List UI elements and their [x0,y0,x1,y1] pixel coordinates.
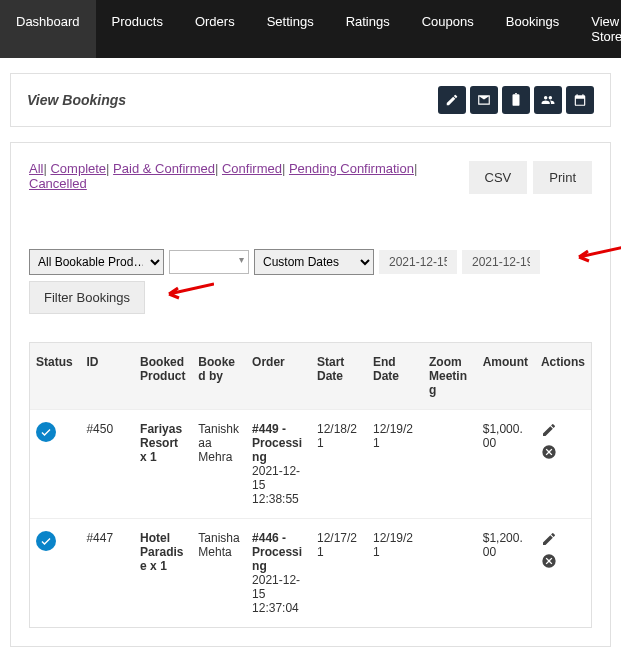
filter-links: All| Complete| Paid & Confirmed| Confirm… [29,161,469,191]
filter-bookings-button[interactable]: Filter Bookings [29,281,145,314]
cell-product: Fariyas Resort x 1 [134,410,192,519]
page-header: View Bookings [10,73,611,127]
csv-button[interactable]: CSV [469,161,528,194]
filter-cancelled[interactable]: Cancelled [29,176,87,191]
page-title: View Bookings [27,92,126,108]
cell-booked-by: Tanisha Mehta [192,519,246,628]
filter-complete[interactable]: Complete [50,161,106,176]
edit-button[interactable] [438,86,466,114]
bookings-table: Status ID Booked Product Booked by Order… [30,343,591,627]
clipboard-button[interactable] [502,86,530,114]
cell-id: #450 [80,410,134,519]
calendar-icon [573,93,587,107]
nav-orders[interactable]: Orders [179,0,251,58]
nav-bookings[interactable]: Bookings [490,0,575,58]
header-buttons [438,86,594,114]
cell-zoom [423,519,477,628]
cell-product: Hotel Paradise x 1 [134,519,192,628]
top-nav: Dashboard Products Orders Settings Ratin… [0,0,621,58]
th-id: ID [80,343,134,410]
pencil-icon [445,93,459,107]
th-order: Order [246,343,311,410]
filter-confirmed[interactable]: Confirmed [222,161,282,176]
th-actions: Actions [535,343,591,410]
nav-ratings[interactable]: Ratings [330,0,406,58]
date-mode-select[interactable]: Custom Dates [254,249,374,275]
cell-booked-by: Tanishkaa Mehra [192,410,246,519]
table-row: #450 Fariyas Resort x 1 Tanishkaa Mehra … [30,410,591,519]
filter-pending[interactable]: Pending Confirmation [289,161,414,176]
cell-zoom [423,410,477,519]
nav-settings[interactable]: Settings [251,0,330,58]
filter-all[interactable]: All [29,161,43,176]
th-status: Status [30,343,80,410]
filter-row: All Bookable Prod… Custom Dates [29,249,592,275]
th-start: Start Date [311,343,367,410]
nav-view-store[interactable]: View Store [575,0,621,58]
th-zoom: Zoom Meeting [423,343,477,410]
cell-end: 12/19/21 [367,519,423,628]
filter-paid[interactable]: Paid & Confirmed [113,161,215,176]
nav-products[interactable]: Products [96,0,179,58]
date-end-input[interactable] [462,250,540,274]
annotation-arrow-filter [164,281,214,301]
edit-icon[interactable] [541,422,557,438]
edit-icon[interactable] [541,531,557,547]
annotation-arrow-dates [574,244,621,264]
bookings-table-wrap: Status ID Booked Product Booked by Order… [29,342,592,628]
date-start-input[interactable] [379,250,457,274]
main-panel: All| Complete| Paid & Confirmed| Confirm… [10,142,611,647]
nav-coupons[interactable]: Coupons [406,0,490,58]
print-button[interactable]: Print [533,161,592,194]
th-booked-by: Booked by [192,343,246,410]
clipboard-icon [509,93,523,107]
th-amount: Amount [477,343,535,410]
nav-dashboard[interactable]: Dashboard [0,0,96,58]
cancel-icon[interactable] [541,444,557,460]
th-product: Booked Product [134,343,192,410]
cell-end: 12/19/21 [367,410,423,519]
th-end: End Date [367,343,423,410]
envelope-icon [477,93,491,107]
status-confirmed-icon [36,422,56,442]
cell-id: #447 [80,519,134,628]
calendar-button[interactable] [566,86,594,114]
message-button[interactable] [470,86,498,114]
resource-select[interactable] [169,250,249,274]
product-select[interactable]: All Bookable Prod… [29,249,164,275]
cancel-icon[interactable] [541,553,557,569]
cell-start: 12/18/21 [311,410,367,519]
cell-amount: $1,000.00 [477,410,535,519]
users-icon [541,93,555,107]
cell-amount: $1,200.00 [477,519,535,628]
users-button[interactable] [534,86,562,114]
table-row: #447 Hotel Paradise x 1 Tanisha Mehta #4… [30,519,591,628]
status-confirmed-icon [36,531,56,551]
cell-order: #446 - Processing 2021-12-15 12:37:04 [246,519,311,628]
cell-order: #449 - Processing 2021-12-15 12:38:55 [246,410,311,519]
cell-start: 12/17/21 [311,519,367,628]
